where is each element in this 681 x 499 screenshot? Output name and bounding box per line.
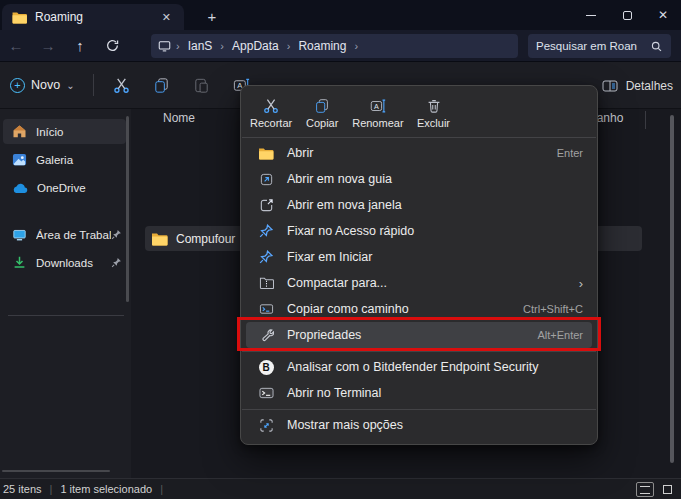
chevron-right-icon: › (172, 40, 184, 52)
menu-item-show-more-options[interactable]: Mostrar mais opções (241, 412, 597, 438)
copy-path-icon (259, 302, 274, 316)
minimize-button[interactable] (573, 0, 609, 30)
trash-icon (425, 97, 443, 115)
cut-button[interactable] (102, 69, 142, 101)
cut-quick-button[interactable]: Recortar (245, 91, 297, 134)
column-header-name[interactable]: Nome (163, 111, 195, 125)
copy-icon (313, 97, 331, 115)
menu-item-label: Analisar com o Bitdefender Endpoint Secu… (287, 360, 539, 374)
search-input[interactable]: Pesquisar em Roan (536, 40, 650, 52)
sidebar-item-desktop[interactable]: Área de Trabalho (3, 222, 126, 247)
sidebar-scrollbar[interactable] (126, 116, 129, 302)
menu-shortcut: Ctrl+Shift+C (513, 303, 583, 315)
close-window-button[interactable]: ✕ (645, 0, 681, 30)
menu-item-open-new-tab[interactable]: Abrir em nova guia (241, 166, 597, 192)
bitdefender-icon: B (259, 360, 274, 375)
selected-count: 1 item selecionado (60, 483, 152, 495)
menu-item-open-terminal[interactable]: Abrir no Terminal (241, 380, 597, 406)
copy-quick-button[interactable]: Copiar (297, 91, 347, 134)
column-separator[interactable] (645, 111, 646, 129)
new-button[interactable]: + Novo ⌄ (0, 69, 85, 101)
folder-icon (258, 147, 274, 160)
details-view-icon (601, 77, 619, 95)
new-tab-button[interactable]: + (200, 4, 224, 28)
more-options-icon (259, 418, 274, 433)
folder-icon (12, 11, 27, 24)
home-icon (12, 124, 27, 139)
svg-text:A: A (374, 101, 379, 110)
icons-view-toggle[interactable] (658, 482, 676, 497)
gallery-icon (12, 152, 27, 167)
menu-item-open[interactable]: Abrir Enter (241, 140, 597, 166)
menu-item-pin-start[interactable]: Fixar em Iniciar (241, 244, 597, 270)
details-view-toggle[interactable] (636, 482, 654, 497)
copy-icon (152, 76, 171, 95)
view-details-label: Detalhes (626, 79, 673, 93)
rename-quick-button[interactable]: A Renomear (347, 91, 408, 134)
this-pc-icon (157, 39, 172, 53)
open-in-window-icon (259, 198, 274, 213)
explorer-tab[interactable]: Roaming ✕ (2, 4, 184, 30)
sidebar-item-downloads[interactable]: Downloads (3, 250, 126, 275)
scissors-icon (262, 97, 280, 115)
menu-item-open-new-window[interactable]: Abrir em nova janela (241, 192, 597, 218)
sidebar-horizontal-scrollbar[interactable] (2, 470, 110, 472)
close-icon: ✕ (658, 8, 668, 22)
terminal-icon (259, 386, 274, 400)
tab-title: Roaming (35, 10, 157, 24)
view-details-button[interactable]: Detalhes (601, 70, 673, 102)
new-button-label: Novo (31, 78, 60, 92)
list-lines-icon (640, 486, 650, 494)
menu-item-label: Abrir (287, 146, 313, 160)
menu-item-label: Abrir em nova janela (287, 198, 402, 212)
breadcrumb[interactable]: › IanS › AppData › Roaming › (151, 34, 518, 58)
plus-circle-icon: + (10, 78, 25, 93)
menu-item-pin-quick-access[interactable]: Fixar no Acesso rápido (241, 218, 597, 244)
maximize-button[interactable] (609, 0, 645, 30)
quick-action-label: Recortar (250, 117, 292, 129)
minimize-icon (586, 15, 596, 16)
delete-quick-button[interactable]: Excluir (409, 91, 459, 134)
open-in-tab-icon (259, 172, 274, 187)
sidebar-item-onedrive[interactable]: › OneDrive (3, 175, 126, 200)
back-button[interactable]: ← (0, 33, 32, 59)
menu-item-label: Abrir no Terminal (287, 386, 381, 400)
breadcrumb-item-user[interactable]: IanS (184, 39, 217, 53)
sidebar-item-home[interactable]: Início (3, 119, 126, 144)
pin-icon (111, 229, 122, 240)
file-explorer-window: Roaming ✕ + ✕ ← → ↑ › IanS › AppData › R… (0, 0, 681, 499)
paste-icon (192, 76, 211, 95)
close-tab-icon[interactable]: ✕ (157, 10, 176, 25)
context-menu: Recortar Copiar A Renomear Excluir Abrir… (240, 85, 598, 445)
menu-shortcut: Enter (547, 147, 583, 159)
sidebar-separator (8, 315, 124, 316)
toolbar-divider (93, 74, 94, 96)
quick-actions-row: Recortar Copiar A Renomear Excluir (241, 90, 597, 134)
up-button[interactable]: ↑ (64, 33, 96, 59)
folder-icon (151, 232, 168, 246)
copy-button[interactable] (142, 69, 182, 101)
quick-action-label: Excluir (417, 117, 450, 129)
forward-button[interactable]: → (32, 33, 64, 59)
pin-icon (259, 224, 273, 238)
menu-item-compress[interactable]: Compactar para... › (241, 270, 597, 296)
zip-folder-icon (259, 276, 274, 290)
search-box[interactable]: Pesquisar em Roan (528, 34, 671, 58)
menu-separator (242, 137, 596, 138)
menu-item-label: Fixar no Acesso rápido (287, 224, 414, 238)
refresh-icon (105, 38, 120, 53)
menu-item-bitdefender-scan[interactable]: B Analisar com o Bitdefender Endpoint Se… (241, 354, 597, 380)
quick-action-label: Renomear (352, 117, 403, 129)
items-count: 25 itens (3, 483, 42, 495)
breadcrumb-item-appdata[interactable]: AppData (228, 39, 283, 53)
chevron-right-icon: › (350, 40, 362, 52)
paste-button[interactable] (182, 69, 222, 101)
search-icon (650, 40, 663, 53)
vertical-scrollbar[interactable] (670, 115, 674, 463)
pin-icon (259, 250, 273, 264)
menu-item-label: Fixar em Iniciar (287, 250, 372, 264)
breadcrumb-item-roaming[interactable]: Roaming (294, 39, 350, 53)
refresh-button[interactable] (96, 33, 128, 59)
status-bar: 25 itens | 1 item selecionado | (0, 478, 681, 499)
sidebar-item-gallery[interactable]: Galeria (3, 147, 126, 172)
